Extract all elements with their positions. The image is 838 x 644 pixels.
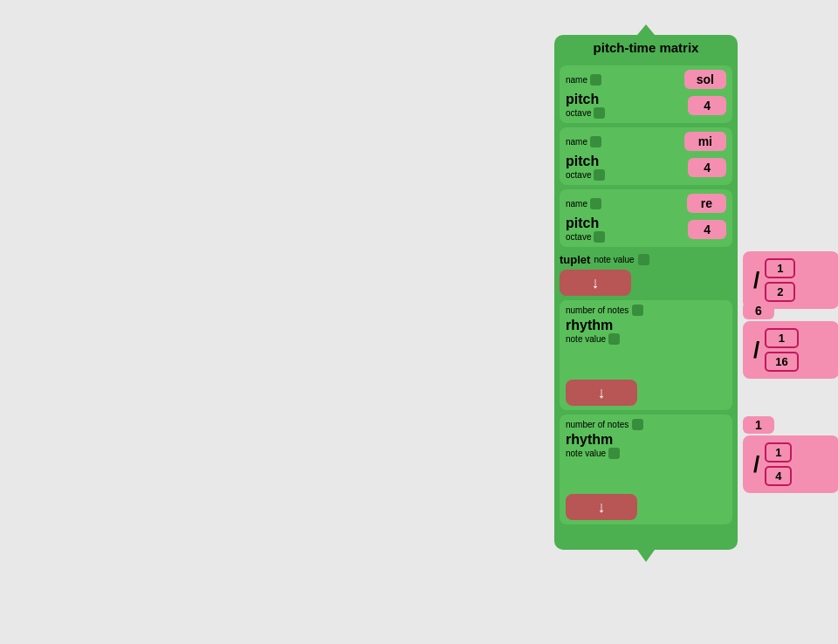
r1-slash: / xyxy=(753,451,759,478)
sol-pitch-lbl: pitch xyxy=(566,92,605,107)
tuplet-num1: 1 xyxy=(765,258,795,278)
r0-rhythm-lbl: rhythm xyxy=(566,318,620,333)
re-octave-val: 4 xyxy=(688,220,726,239)
tuplet-conn xyxy=(638,254,649,265)
full-layout: pitch-time matrix name sol pitch octave xyxy=(554,35,738,550)
sol-name-lbl: name xyxy=(566,75,587,85)
mi-name-val: mi xyxy=(684,132,726,151)
mi-octave-val: 4 xyxy=(688,158,726,177)
re-octave-conn xyxy=(594,231,605,243)
mi-pitch-lbl: pitch xyxy=(566,154,605,169)
r0-num2: 16 xyxy=(765,352,798,372)
r0-conn-b xyxy=(608,333,620,345)
r1-num-notes-val: 1 xyxy=(743,416,774,434)
r0-btn[interactable]: ↓ xyxy=(566,380,637,406)
tuplet-slash: / xyxy=(753,267,759,294)
pitch-row-mi: name mi pitch octave 4 xyxy=(560,127,732,185)
re-octave-lbl: octave xyxy=(566,232,591,242)
r0-num-notes-lbl: number of notes xyxy=(566,305,628,315)
mi-name-lbl: name xyxy=(566,137,587,147)
bottom-arrow xyxy=(637,550,655,562)
pitch-row-re: name re pitch octave 4 xyxy=(560,189,732,247)
top-arrow xyxy=(637,24,655,35)
tuplet-num2: 2 xyxy=(765,282,795,302)
r1-rhythm-lbl: rhythm xyxy=(566,432,620,448)
sol-octave-conn xyxy=(594,107,605,119)
sol-octave-lbl: octave xyxy=(566,108,591,118)
r1-num-notes-lbl: number of notes xyxy=(566,420,628,429)
r1-conn-b xyxy=(608,448,620,459)
r0-nv-lbl: note value xyxy=(566,334,606,344)
pitch-row-sol: name sol pitch octave 4 xyxy=(560,65,732,123)
re-pitch-lbl: pitch xyxy=(566,216,605,231)
main-body: name sol pitch octave 4 na xyxy=(554,60,738,550)
mi-octave-conn xyxy=(594,169,605,181)
r1-num2: 4 xyxy=(765,466,792,486)
rhythm-1: number of notes 1 rhythm note value / 1 xyxy=(560,414,732,524)
r1-num1: 1 xyxy=(765,442,792,462)
tuplet-lbl: tuplet xyxy=(560,253,590,266)
main-title: pitch-time matrix xyxy=(554,35,738,60)
sol-name-conn xyxy=(590,74,601,86)
r1-btn[interactable]: ↓ xyxy=(566,494,637,520)
tuplet-frac-panel: / 1 2 xyxy=(743,251,838,309)
tuplet-btn[interactable]: ↓ xyxy=(560,270,631,296)
r0-frac-panel: / 1 16 xyxy=(743,321,838,379)
r1-nv-lbl: note value xyxy=(566,449,606,458)
r1-conn-a xyxy=(632,419,643,430)
re-name-conn xyxy=(590,198,601,209)
tuplet-nv-lbl: note value xyxy=(594,255,634,264)
r0-num-notes-val: 6 xyxy=(743,302,774,319)
rhythm-0: number of notes 6 rhythm note value / 1 xyxy=(560,300,732,410)
r0-num1: 1 xyxy=(765,328,798,348)
sol-name-val: sol xyxy=(684,70,726,89)
mi-name-conn xyxy=(590,136,601,147)
tuplet-row: tuplet note value ↓ / 1 2 xyxy=(560,251,732,296)
mi-octave-lbl: octave xyxy=(566,170,591,180)
r0-slash: / xyxy=(753,337,759,364)
sol-octave-val: 4 xyxy=(688,96,726,115)
re-name-lbl: name xyxy=(566,199,587,209)
re-name-val: re xyxy=(687,194,726,213)
r0-conn-a xyxy=(632,305,643,316)
r1-frac-panel: / 1 4 xyxy=(743,435,838,493)
